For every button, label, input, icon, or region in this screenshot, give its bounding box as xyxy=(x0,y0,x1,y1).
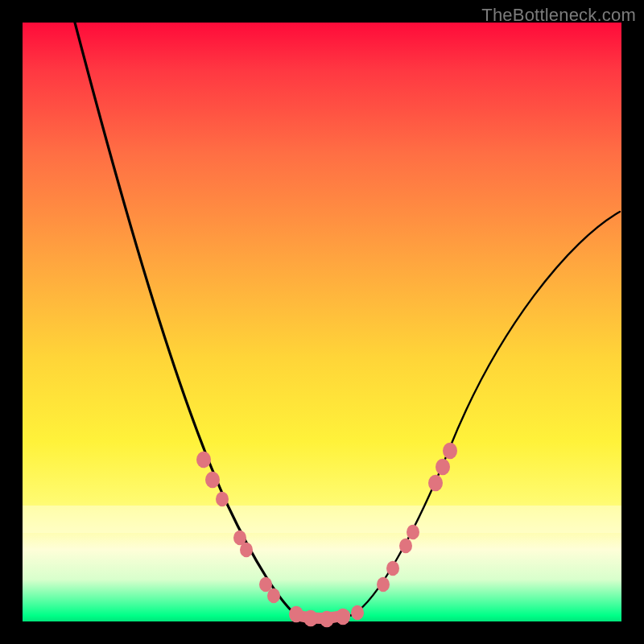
data-marker xyxy=(443,443,457,460)
data-marker xyxy=(205,472,220,489)
data-marker xyxy=(240,543,253,557)
data-marker xyxy=(303,610,318,627)
data-marker xyxy=(196,452,211,469)
data-marker xyxy=(216,492,229,506)
data-marker xyxy=(386,561,399,576)
curve-right-branch xyxy=(336,212,620,618)
data-marker xyxy=(399,539,412,553)
data-marker xyxy=(377,577,390,592)
data-marker xyxy=(289,606,303,623)
watermark-text: TheBottleneck.com xyxy=(481,5,636,26)
data-marker xyxy=(436,459,450,476)
chart-plot-area xyxy=(23,23,621,621)
data-marker xyxy=(320,611,334,628)
data-marker xyxy=(428,475,443,492)
data-marker xyxy=(351,605,364,620)
data-marker xyxy=(267,588,280,603)
marker-group xyxy=(196,443,457,628)
data-marker xyxy=(336,609,350,625)
curve-left-branch xyxy=(75,23,320,618)
curve-svg xyxy=(23,23,621,621)
data-marker xyxy=(407,525,419,539)
